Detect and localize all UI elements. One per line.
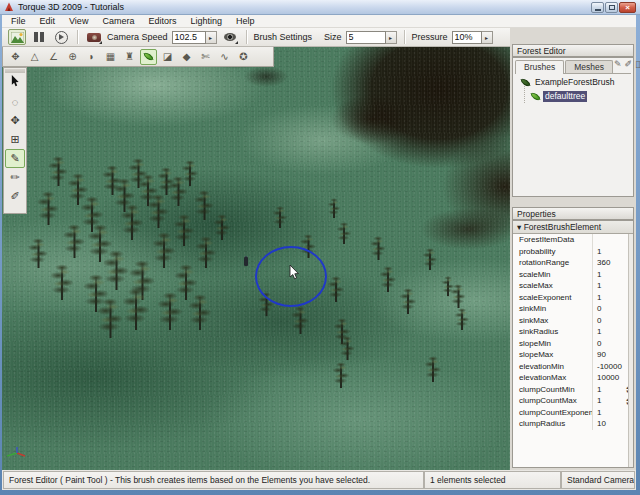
forest-tree bbox=[455, 308, 469, 330]
tree-foliage bbox=[400, 288, 416, 314]
player-marker bbox=[244, 257, 248, 266]
move-tool-button[interactable]: ✥ bbox=[5, 111, 25, 130]
tree-foliage bbox=[174, 214, 194, 246]
tree-item-defaulttree[interactable]: defaulttree bbox=[515, 89, 631, 103]
new-element-button[interactable]: ✐ bbox=[625, 53, 633, 71]
rock-tool-button[interactable]: ◆ bbox=[178, 49, 195, 65]
properties-scrollbar[interactable] bbox=[628, 234, 633, 467]
tree-foliage bbox=[123, 288, 149, 330]
scene-viewport[interactable] bbox=[2, 47, 510, 470]
forest-tree bbox=[64, 224, 85, 258]
property-value: 0 bbox=[593, 303, 633, 315]
camera-menu-button[interactable] bbox=[85, 29, 103, 45]
material-editor-button[interactable]: ⊕ bbox=[64, 49, 81, 65]
brush-size-input[interactable] bbox=[346, 31, 386, 44]
property-name: rotationRange bbox=[513, 257, 593, 269]
paint-tool-button[interactable]: ✎ bbox=[5, 149, 25, 168]
property-rows: ForestItemDatadefaulttree▸probability1ro… bbox=[513, 234, 633, 430]
menu-help[interactable]: Help bbox=[229, 15, 262, 28]
property-row-forestitemdata: ForestItemDatadefaulttree▸ bbox=[513, 234, 633, 246]
play-button[interactable] bbox=[52, 29, 70, 45]
datablock-editor-button[interactable]: ▦ bbox=[102, 49, 119, 65]
datablock-editor-icon: ▦ bbox=[106, 51, 115, 62]
property-group-header[interactable]: ▾ ForestBrushElement bbox=[513, 221, 633, 234]
erase-tool-button[interactable]: ✏ bbox=[5, 168, 25, 187]
property-name: elevationMax bbox=[513, 372, 593, 384]
minimize-button[interactable] bbox=[591, 2, 604, 13]
forest-tree bbox=[98, 298, 123, 338]
dropdown-corner-icon bbox=[99, 41, 102, 44]
maximize-button[interactable] bbox=[605, 2, 618, 13]
tree-foliage bbox=[196, 236, 216, 268]
world-editor-button[interactable] bbox=[8, 29, 26, 45]
lasso-tool-button[interactable]: ◌ bbox=[5, 92, 25, 111]
new-brush-button[interactable]: ✎ bbox=[614, 53, 622, 71]
property-name: scaleMin bbox=[513, 269, 593, 281]
mesh-road-editor-button[interactable]: ◪ bbox=[159, 49, 176, 65]
sketch-tool-button[interactable]: ✄ bbox=[197, 49, 214, 65]
property-value-text: -10000 bbox=[597, 362, 622, 371]
camera-mode: Standard Camera bbox=[561, 471, 635, 489]
decal-editor-button[interactable]: ♜ bbox=[121, 49, 138, 65]
delete-button[interactable]: ◫ bbox=[635, 53, 640, 71]
close-button[interactable]: × bbox=[619, 2, 636, 13]
camera-speed-input[interactable] bbox=[172, 31, 206, 44]
paint-tool-icon: ✎ bbox=[10, 152, 19, 165]
close-icon: × bbox=[625, 3, 630, 12]
tab-meshes[interactable]: Meshes bbox=[565, 60, 613, 73]
erase-selected-tool-button[interactable]: ✐ bbox=[5, 187, 25, 206]
shape-editor-button[interactable]: ◗ bbox=[83, 49, 100, 65]
dropdown-corner-icon bbox=[235, 41, 238, 44]
tab-brushes[interactable]: Brushes bbox=[515, 60, 564, 74]
terrain-editor-button[interactable]: △ bbox=[26, 49, 43, 65]
gui-editor-button[interactable] bbox=[30, 29, 48, 45]
forest-tree bbox=[189, 294, 211, 330]
erase-tool-icon: ✏ bbox=[10, 171, 19, 184]
menu-editors[interactable]: Editors bbox=[141, 15, 183, 28]
menu-edit[interactable]: Edit bbox=[33, 15, 63, 28]
size-label: Size bbox=[324, 32, 342, 42]
menu-view[interactable]: View bbox=[62, 15, 95, 28]
property-row-scalemax: scaleMax1 bbox=[513, 280, 633, 292]
brush-pressure-input[interactable] bbox=[452, 31, 482, 44]
maximize-icon bbox=[609, 5, 615, 10]
road-editor-button[interactable]: ✪ bbox=[235, 49, 252, 65]
scale-tool-button[interactable]: ⊞ bbox=[5, 130, 25, 149]
tree-foliage bbox=[371, 236, 386, 260]
property-value-text: 1 bbox=[597, 385, 601, 394]
property-name: sinkMin bbox=[513, 303, 593, 315]
forest-tree bbox=[380, 266, 396, 292]
window-controls: × bbox=[591, 2, 636, 13]
brush-pressure-slider-button[interactable]: ▸ bbox=[482, 31, 493, 44]
menu-lighting[interactable]: Lighting bbox=[183, 15, 229, 28]
forest-tool-palette: ◌✥⊞✎✏✐ bbox=[3, 67, 27, 214]
property-value-text: 1 bbox=[597, 247, 601, 256]
terrain-painter-button[interactable]: ∠ bbox=[45, 49, 62, 65]
palette-grip[interactable] bbox=[5, 69, 25, 73]
visibility-menu-button[interactable] bbox=[221, 29, 239, 45]
title-bar[interactable]: Torque 3D 2009 - Tutorials × bbox=[0, 0, 640, 15]
camera-speed-slider-button[interactable]: ▸ bbox=[206, 31, 217, 44]
properties-header: Properties bbox=[512, 207, 634, 220]
tree-item-exampleforestbrush[interactable]: ExampleForestBrush bbox=[515, 75, 631, 89]
object-editor-button[interactable]: ✥ bbox=[7, 49, 24, 65]
river-editor-button[interactable]: ∿ bbox=[216, 49, 233, 65]
property-value: 0 bbox=[593, 338, 633, 350]
forest-editor-tabs: BrushesMeshes✎✐◫ bbox=[515, 60, 631, 74]
property-name: clumpCountMax bbox=[513, 395, 593, 407]
tree-foliage bbox=[214, 214, 230, 240]
property-value-text: 0 bbox=[597, 316, 601, 325]
tree-foliage bbox=[189, 294, 211, 330]
forest-editor-button[interactable] bbox=[140, 49, 157, 65]
forest-tree bbox=[340, 336, 355, 360]
select-tool-button[interactable] bbox=[5, 73, 25, 92]
new-brush-icon: ✎ bbox=[614, 59, 622, 69]
menu-file[interactable]: File bbox=[4, 15, 33, 28]
forest-tree bbox=[148, 194, 169, 228]
lasso-tool-icon: ◌ bbox=[12, 96, 19, 108]
toolbar-separator bbox=[246, 30, 247, 44]
forest-tree bbox=[451, 284, 466, 308]
menu-camera[interactable]: Camera bbox=[95, 15, 141, 28]
brush-size-slider-button[interactable]: ▸ bbox=[386, 31, 397, 44]
forest-tree bbox=[333, 362, 349, 388]
